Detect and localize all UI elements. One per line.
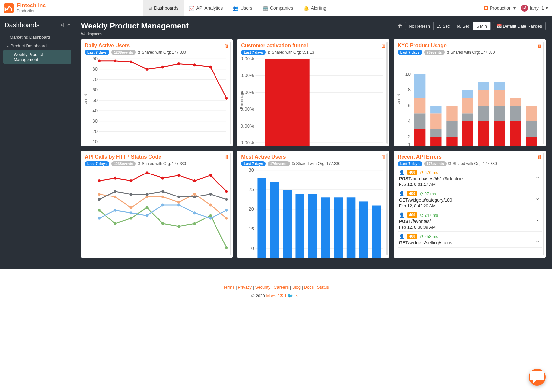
error-path: GET/widgets/selling/status — [399, 240, 540, 245]
delete-card-button[interactable]: 🗑 — [381, 43, 386, 48]
svg-point-128 — [225, 217, 228, 220]
footer-link[interactable]: Security — [255, 285, 270, 290]
nav-companies[interactable]: 🏢Companies — [258, 0, 298, 16]
svg-rect-174 — [308, 194, 317, 258]
svg-point-129 — [98, 198, 101, 201]
card-grid: Daily Active Users 🗑 Last 7 days 1238eve… — [81, 39, 546, 258]
chevron-down-icon[interactable]: ⌄ — [535, 238, 540, 244]
env-square-icon — [484, 6, 488, 10]
delete-card-button[interactable]: 🗑 — [537, 43, 542, 48]
svg-text:8: 8 — [408, 87, 410, 92]
svg-text:90.00%: 90.00% — [241, 73, 254, 78]
sidebar-title: Dashboards — [5, 21, 39, 29]
date-range-button[interactable]: 📅 Default Date Ranges — [493, 22, 546, 30]
svg-point-141 — [146, 206, 149, 209]
svg-point-123 — [146, 196, 149, 198]
footer-link[interactable]: Privacy — [238, 285, 252, 290]
footer-link[interactable]: Status — [317, 285, 329, 290]
refresh-option[interactable]: No Refresh — [405, 22, 434, 30]
svg-rect-81 — [462, 98, 473, 113]
share-icon: ⧉ — [447, 50, 449, 55]
svg-rect-89 — [494, 121, 505, 146]
delete-dashboard-button[interactable]: 🗑 — [398, 23, 403, 29]
scrollbar[interactable] — [230, 153, 231, 255]
error-item[interactable]: 👤400◔97 msGET/widgets/category/100Feb 12… — [398, 189, 542, 210]
svg-point-111 — [98, 179, 101, 182]
svg-point-138 — [98, 209, 101, 212]
error-item[interactable]: 👤400◔247 msPOST/favorites/Feb 12, 8:38:3… — [398, 210, 542, 232]
delete-card-button[interactable]: 🗑 — [225, 43, 229, 48]
nav-dashboards[interactable]: ⊞Dashboards — [143, 0, 184, 16]
nav-users[interactable]: 👥Users — [228, 0, 258, 16]
svg-point-29 — [98, 59, 101, 62]
delete-card-button[interactable]: 🗑 — [537, 154, 542, 160]
card-title: Daily Active Users — [85, 43, 229, 49]
caret-down-icon: ⌄ — [6, 44, 9, 48]
chevron-down-icon[interactable]: ⌄ — [535, 174, 540, 180]
twitter-icon[interactable]: 🐦 — [287, 293, 294, 298]
scrollbar[interactable] — [543, 153, 544, 255]
svg-point-37 — [225, 97, 228, 100]
env-selector[interactable]: Production ▾ — [484, 6, 516, 11]
error-item[interactable]: 👤400◔258 msGET/widgets/selling/status⌄ — [398, 232, 542, 248]
scrollbar[interactable] — [230, 42, 231, 144]
svg-rect-65 — [414, 113, 425, 129]
svg-text:10: 10 — [93, 139, 98, 144]
svg-text:60.00%: 60.00% — [241, 123, 254, 129]
svg-text:2: 2 — [408, 134, 410, 139]
svg-point-150 — [146, 214, 149, 217]
scrollbar[interactable] — [386, 42, 388, 144]
svg-point-113 — [129, 179, 132, 182]
chart-active-users: 051015202530 — [241, 168, 385, 258]
footer: Terms | Privacy | Security | Careers | B… — [0, 269, 552, 308]
svg-point-133 — [161, 190, 164, 193]
svg-point-139 — [114, 222, 116, 225]
svg-point-124 — [161, 196, 164, 198]
svg-point-148 — [114, 209, 116, 212]
collapse-sidebar-button[interactable]: « — [67, 22, 70, 28]
svg-rect-85 — [478, 106, 489, 121]
svg-point-112 — [114, 177, 116, 180]
nav-api-analytics[interactable]: 📈API Analytics — [184, 0, 228, 16]
scrollbar[interactable] — [543, 42, 544, 144]
brand-link[interactable]: Moesif — [266, 293, 278, 298]
sidebar-item[interactable]: Marketing Dashboard — [0, 33, 74, 41]
svg-point-32 — [146, 68, 149, 71]
shared-label: ⧉Shared with Org: 177:330 — [292, 161, 340, 166]
delete-card-button[interactable]: 🗑 — [225, 154, 229, 160]
user-menu[interactable]: LA larry+1 ▾ — [521, 5, 548, 12]
svg-rect-94 — [510, 121, 521, 146]
refresh-option[interactable]: 5 Min — [473, 22, 490, 30]
svg-rect-54 — [265, 59, 310, 146]
footer-link[interactable]: Docs — [304, 285, 314, 290]
svg-rect-95 — [510, 106, 521, 121]
github-icon[interactable]: ⌥ — [294, 293, 301, 298]
refresh-option[interactable]: 60 Sec — [453, 22, 473, 30]
svg-point-130 — [114, 190, 116, 193]
footer-link[interactable]: Blog — [292, 285, 301, 290]
card-status: API Calls by HTTP Status Code 🗑 Last 7 d… — [81, 151, 233, 258]
caret-down-icon: ▾ — [513, 6, 516, 11]
delete-card-button[interactable]: 🗑 — [381, 154, 386, 160]
chevron-down-icon[interactable]: ⌄ — [535, 195, 540, 201]
svg-point-135 — [193, 196, 196, 198]
events-pill: 176events — [268, 161, 290, 166]
refresh-option[interactable]: 15 Sec — [434, 22, 453, 30]
svg-point-144 — [193, 222, 196, 225]
sidebar-item[interactable]: Weekly Product Management — [3, 50, 71, 64]
mail-icon[interactable]: ✉ — [280, 293, 285, 298]
share-icon: ⧉ — [448, 161, 451, 166]
chevron-down-icon[interactable]: ⌄ — [535, 216, 540, 222]
footer-link[interactable]: Careers — [274, 285, 289, 290]
svg-point-31 — [129, 61, 132, 63]
yaxis-label: user.id — [83, 94, 87, 104]
scrollbar[interactable] — [386, 153, 388, 255]
nav-alerting[interactable]: 🔔Alerting — [298, 0, 331, 16]
error-item[interactable]: 👤400◔676 msPOST/purchases/55179/declineF… — [398, 168, 542, 189]
events-pill: 176events — [424, 161, 447, 166]
user-icon: 👤 — [399, 234, 404, 239]
events-pill: 76events — [424, 50, 445, 55]
add-dashboard-button[interactable] — [60, 22, 64, 28]
footer-link[interactable]: Terms — [223, 285, 234, 290]
sidebar-item[interactable]: ⌄ Product Dashboard — [0, 41, 74, 50]
